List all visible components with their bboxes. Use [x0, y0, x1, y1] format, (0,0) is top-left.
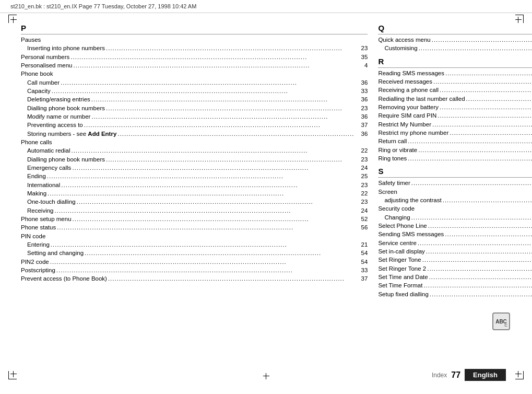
entry-dots: ........................................… [442, 196, 532, 204]
index-entry: Personal numbers........................… [21, 53, 368, 61]
index-entry: Making..................................… [21, 189, 368, 198]
entry-text: Dialling phone book numbers [21, 104, 105, 112]
entry-text: Modify name or number [21, 112, 90, 121]
index-entry: Setup fixed dialling....................… [378, 290, 532, 298]
entry-number: 37 [355, 274, 368, 283]
footer-index-label: Index [432, 372, 447, 379]
index-entry: Entering................................… [21, 240, 368, 249]
entry-dots: ........................................… [105, 104, 355, 112]
entry-text: Postscripting [21, 266, 55, 274]
index-entry: Quick access menu.......................… [378, 36, 532, 44]
index-entry: Require SIM card PIN....................… [378, 111, 532, 120]
index-entry: Modify name or number...................… [21, 112, 368, 121]
entry-dots: ........................................… [72, 61, 355, 69]
index-entry: Deleting/erasing entries................… [21, 95, 368, 103]
entry-text: Set Time Format [378, 281, 422, 289]
entry-number: 36 [355, 130, 368, 138]
column-p: PPausesInserting into phone numbers.....… [21, 24, 373, 365]
abc-icon-inner: ABC C [492, 312, 510, 330]
entry-text: Security code [378, 204, 415, 213]
entry-text: Phone status [21, 223, 56, 231]
page-content: PPausesInserting into phone numbers.....… [0, 13, 532, 388]
entry-number: 36 [355, 112, 368, 121]
index-entry: Restrict My Number......................… [378, 120, 532, 129]
entry-dots: ........................................… [425, 247, 532, 256]
entry-text: Sending SMS messages [378, 230, 444, 238]
entry-text: Select Phone Line [378, 222, 427, 230]
index-entry: Sending SMS messages....................… [378, 230, 532, 238]
entry-text: adjusting the contrast [378, 196, 441, 204]
entry-dots: ........................................… [71, 164, 355, 172]
index-entry: Preventing access to....................… [21, 121, 368, 129]
index-entry: Return call.............................… [378, 137, 532, 145]
entry-number: 21 [355, 240, 368, 249]
entry-text: Restrict My Number [378, 120, 431, 129]
index-entry: One-touch dialling......................… [21, 198, 368, 206]
entry-text: Redialling the last number called [378, 95, 465, 103]
entry-dots: ........................................… [444, 69, 532, 77]
entry-dots: ........................................… [116, 130, 355, 138]
entry-dots: ........................................… [439, 103, 532, 111]
entry-dots: ........................................… [410, 179, 532, 187]
entry-dots: ........................................… [51, 87, 356, 95]
cross-tl [10, 17, 17, 23]
entry-text: Removing your battery [378, 103, 439, 111]
index-entry: Safety timer............................… [378, 179, 532, 187]
index-entry: Select Phone Line.......................… [378, 222, 532, 230]
page-header: st210_en.bk : st210_en.IX Page 77 Tuesda… [0, 0, 532, 13]
entry-dots: ........................................… [431, 120, 532, 129]
index-entry: Pauses [21, 36, 368, 44]
entry-dots: ........................................… [84, 249, 355, 257]
index-entry: Ring or vibrate.........................… [378, 146, 532, 154]
entry-number: 24 [355, 164, 368, 172]
entry-text: Safety timer [378, 179, 410, 187]
footer-page-number: 77 [451, 370, 460, 380]
index-entry: Phone book [21, 69, 368, 78]
entry-text: Restrict my phone number [378, 129, 448, 137]
entry-number: 23 [355, 198, 368, 206]
entry-dots: ........................................… [439, 86, 532, 94]
entry-text: Personalised menu [21, 61, 72, 69]
entry-dots: ........................................… [418, 44, 532, 52]
entry-text: Set Time and Date [378, 273, 428, 281]
center-cross-bottom [263, 373, 269, 379]
entry-dots: ........................................… [432, 77, 532, 86]
entry-number: 36 [355, 95, 368, 103]
entry-dots: ........................................… [83, 121, 356, 129]
entry-dots: ........................................… [431, 36, 532, 44]
entry-text: Phone setup menu [21, 215, 72, 223]
entry-dots: ........................................… [50, 240, 356, 249]
entry-text: Ring tones [378, 154, 407, 163]
index-entry: Set Time and Date.......................… [378, 273, 532, 281]
footer-language: English [465, 369, 506, 381]
entry-dots: ........................................… [410, 213, 532, 222]
index-entry: Service centre..........................… [378, 239, 532, 247]
entry-dots: ........................................… [426, 264, 532, 273]
entry-dots: ........................................… [46, 189, 355, 198]
entry-number: 23 [355, 104, 368, 112]
section-letter-q: Q [378, 24, 532, 32]
entry-dots: ........................................… [407, 154, 532, 163]
entry-dots: ........................................… [72, 215, 356, 223]
entry-text: Deleting/erasing entries [21, 95, 90, 103]
entry-dots: ........................................… [105, 155, 355, 164]
entry-dots: ........................................… [54, 206, 356, 215]
entry-text: Quick access menu [378, 36, 430, 44]
entry-dots: ........................................… [60, 78, 355, 87]
entry-text: Setting and changing [21, 249, 84, 257]
index-entry: Prevent access (to Phone Book)..........… [21, 274, 368, 283]
section-letter-s: S [378, 167, 532, 176]
index-entry: PIN2 code...............................… [21, 258, 368, 266]
entry-dots: ........................................… [49, 258, 356, 266]
entry-text: Ring or vibrate [378, 146, 417, 154]
entry-text: Screen [378, 188, 397, 196]
entry-dots: ........................................… [55, 266, 356, 274]
entry-text: Ending [21, 172, 46, 180]
index-entry: Set Ringer Tone.........................… [378, 256, 532, 264]
index-entry: Removing your battery...................… [378, 103, 532, 111]
entry-dots: ........................................… [69, 53, 355, 61]
entry-dots: ........................................… [417, 146, 532, 154]
entry-text: International [21, 181, 60, 189]
entry-number: 54 [355, 258, 368, 266]
entry-number: 56 [355, 223, 368, 231]
